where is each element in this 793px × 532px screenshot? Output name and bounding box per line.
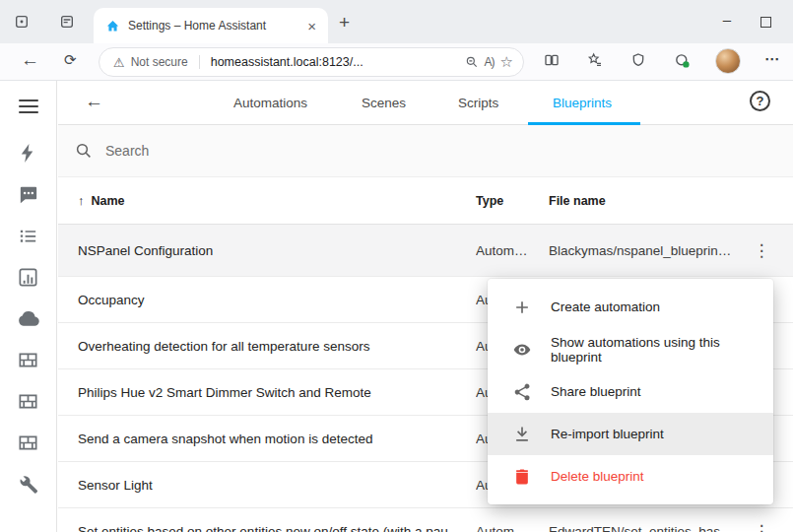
tab-scenes[interactable]: Scenes [362,96,406,110]
menu-item-delete-blueprint[interactable]: Delete blueprint [488,455,773,498]
split-screen-icon[interactable] [544,52,560,68]
read-aloud-icon[interactable]: A) [485,55,495,69]
address-divider [199,55,200,69]
menu-item-share-blueprint[interactable]: Share blueprint [488,370,773,413]
column-header-file-name[interactable]: File name [549,194,730,208]
table-header: ↑ Name Type File name [58,177,793,225]
sidebar-item-history[interactable] [17,266,39,289]
search-icon [75,142,93,160]
sidebar-item-integration-1[interactable] [17,349,39,371]
browser-tab[interactable]: Settings – Home Assistant × [94,8,328,43]
tab-actions-icon[interactable] [59,14,75,30]
menu-item-show-automations[interactable]: Show automations using this blueprint [488,328,773,370]
sidebar-menu-icon[interactable] [19,96,38,117]
zoom-out-icon[interactable] [465,55,479,69]
profile-avatar[interactable] [715,48,741,74]
ha-sidebar [0,81,57,532]
column-header-name[interactable]: ↑ Name [78,193,476,208]
security-label[interactable]: Not secure [131,55,188,69]
plus-icon [512,298,532,317]
browser-titlebar: Settings – Home Assistant × + – [0,0,793,43]
window-maximize-button[interactable] [760,17,771,28]
import-icon [512,425,532,444]
eye-icon [512,340,532,360]
blueprint-context-menu: Create automation Show automations using… [488,279,773,504]
trash-icon [512,467,532,487]
sidebar-item-todo-lists[interactable] [17,225,39,247]
workspaces-icon[interactable] [14,14,30,30]
tab-blueprints[interactable]: Blueprints [553,96,612,110]
extensions-icon[interactable] [630,52,646,68]
sort-ascending-icon: ↑ [78,193,85,208]
address-bar[interactable]: ⚠ Not secure homeassistant.local:8123/..… [99,47,524,77]
browser-essentials-icon[interactable] [674,52,691,69]
tab-scripts[interactable]: Scripts [458,96,498,110]
sidebar-item-integration-3[interactable] [17,432,39,454]
row-overflow-menu-icon[interactable]: ⋮ [754,240,770,261]
sidebar-item-cloud[interactable] [17,307,39,330]
share-icon [512,382,532,402]
tab-title: Settings – Home Assistant [128,19,296,33]
sidebar-item-assist[interactable] [17,183,39,206]
menu-item-create-automation[interactable]: Create automation [488,286,773,328]
window-minimize-button[interactable]: – [717,11,737,28]
table-row[interactable]: NSPanel Configuration Autom… Blackymas/n… [58,225,793,277]
search-row [58,125,793,177]
not-secure-warning-icon: ⚠ [113,55,125,70]
favorite-star-icon[interactable]: ☆ [500,53,513,71]
tab-automations[interactable]: Automations [233,96,307,110]
search-input[interactable] [105,143,421,159]
home-assistant-favicon [105,19,120,33]
new-tab-button[interactable]: + [339,12,350,33]
ha-header: ← Automations Scenes Scripts Blueprints … [58,81,793,125]
browser-more-menu-icon[interactable]: ⋯ [764,50,779,68]
refresh-icon[interactable]: ⟳ [64,51,77,69]
url-text[interactable]: homeassistant.local:8123/... [211,55,459,69]
help-icon[interactable]: ? [750,91,770,111]
table-row[interactable]: Set entities based on other entities new… [58,508,793,532]
sidebar-item-integration-2[interactable] [17,390,39,413]
ha-back-icon[interactable]: ← [85,91,103,112]
row-overflow-menu-icon[interactable]: ⋮ [754,521,770,532]
browser-back-icon[interactable]: ← [21,49,39,71]
favorites-icon[interactable] [587,52,603,68]
column-header-type[interactable]: Type [476,194,549,208]
sidebar-item-developer-tools[interactable] [17,473,39,496]
menu-item-reimport-blueprint[interactable]: Re-import blueprint [488,413,773,455]
tab-close-icon[interactable]: × [303,18,320,34]
sidebar-item-energy[interactable] [17,142,39,165]
